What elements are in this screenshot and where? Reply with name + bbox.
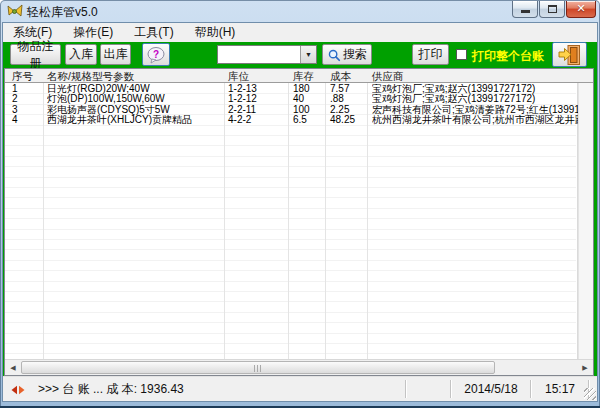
help-bubble-icon: ? — [146, 46, 166, 64]
search-icon — [327, 48, 341, 62]
search-combobox: ▼ — [217, 45, 317, 64]
help-button[interactable]: ? — [142, 43, 170, 66]
close-icon: ✕ — [567, 2, 595, 15]
print-all-checkbox[interactable] — [456, 49, 467, 60]
client-area: 物品注册 入库 出库 ? ▼ 搜索 打印 — [3, 42, 597, 376]
column-header-supplier: 供应商 — [372, 70, 404, 84]
status-time: 15:17 — [532, 377, 588, 401]
cell-supplier: 宝鸡灯泡厂;宝鸡;赵六(13991727172) — [372, 84, 578, 94]
red-double-diamond-icon — [11, 385, 25, 395]
maximize-button[interactable] — [539, 1, 565, 18]
cell-name: 日光灯(RGD)20W;40W — [47, 84, 223, 94]
exit-button[interactable] — [552, 42, 587, 67]
exit-door-icon — [558, 44, 582, 66]
app-icon — [7, 3, 23, 19]
resize-grip[interactable] — [584, 388, 596, 400]
menu-operation[interactable]: 操作(E) — [67, 22, 119, 43]
column-header-location: 库位 — [228, 70, 249, 84]
table-header: 序号 名称/规格型号参数 库位 库存 成本 供应商 — [5, 69, 593, 83]
cell-cost: 48.25 — [330, 115, 355, 125]
menu-bar: 系统(F) 操作(E) 工具(T) 帮助(H) — [3, 23, 597, 42]
stock-out-button[interactable]: 出库 — [100, 44, 131, 65]
title-bar[interactable]: 轻松库管v5.0 ✕ — [0, 0, 600, 22]
cell-supplier: 宏声科技有限公司;宝鸡清姜路72号;红生(13991727172) — [372, 105, 578, 115]
minimize-icon — [521, 10, 530, 13]
scroll-left-arrow-icon[interactable]: ◀ — [5, 361, 21, 375]
svg-text:?: ? — [153, 48, 159, 59]
print-all-checkbox-label[interactable]: 打印整个台账 — [472, 48, 544, 65]
search-input[interactable] — [218, 46, 300, 63]
close-button[interactable]: ✕ — [566, 1, 596, 18]
column-header-cost: 成本 — [330, 70, 351, 84]
stock-in-button[interactable]: 入库 — [65, 44, 97, 65]
cell-location: 4-2-2 — [228, 115, 251, 125]
scroll-right-arrow-icon[interactable]: ▶ — [577, 361, 593, 375]
cell-seq: 4 — [12, 115, 18, 125]
cell-name: 灯泡(DP)100W,150W,60W — [47, 94, 223, 104]
cell-name: 彩电扬声器(CDYSQ)5寸5W — [47, 105, 223, 115]
column-header-seq: 序号 — [12, 70, 33, 84]
cell-stock: 6.5 — [293, 115, 307, 125]
search-button[interactable]: 搜索 — [322, 44, 372, 65]
window-title: 轻松库管v5.0 — [27, 4, 98, 21]
window-content: 系统(F) 操作(E) 工具(T) 帮助(H) 物品注册 入库 出库 ? ▼ — [2, 22, 598, 402]
table-row[interactable]: 1 日光灯(RGD)20W;40W 1-2-13 180 7.57 宝鸡灯泡厂;… — [5, 84, 576, 94]
horizontal-scrollbar[interactable]: ◀ ▶ — [5, 359, 593, 375]
item-register-button[interactable]: 物品注册 — [10, 44, 61, 65]
menu-tools[interactable]: 工具(T) — [128, 22, 179, 43]
cell-supplier: 杭州西湖龙井茶叶有限公司;杭州市西湖区龙井路108号 — [372, 115, 578, 125]
status-bar: >>> 台 账 ... 成 本: 1936.43 2014/5/18 15:17 — [3, 376, 597, 401]
chevron-down-icon[interactable]: ▼ — [300, 46, 316, 63]
app-window: 轻松库管v5.0 ✕ 系统(F) 操作(E) 工具(T) 帮助(H) 物品注册 … — [0, 0, 600, 408]
print-button[interactable]: 打印 — [412, 44, 449, 65]
maximize-icon — [548, 5, 557, 13]
scrollbar-grip — [254, 365, 262, 372]
minimize-button[interactable] — [512, 1, 538, 18]
cell-name: 西湖龙井茶叶(XHLJCY)贡牌精品 — [47, 115, 223, 125]
window-controls: ✕ — [511, 1, 596, 18]
vertical-scrollbar-track[interactable] — [577, 83, 593, 359]
column-header-name: 名称/规格型号参数 — [47, 70, 134, 84]
cell-supplier: 宝鸡灯泡厂;宝鸡;赵六(13991727172) — [372, 94, 578, 104]
table-row[interactable]: 3 彩电扬声器(CDYSQ)5寸5W 2-2-11 100 2.25 宏声科技有… — [5, 105, 576, 115]
column-header-stock: 库存 — [293, 70, 314, 84]
inventory-table: 序号 名称/规格型号参数 库位 库存 成本 供应商 1 日光灯(RGD)20W;… — [4, 68, 594, 376]
horizontal-scrollbar-thumb[interactable] — [21, 361, 495, 374]
table-row[interactable]: 4 西湖龙井茶叶(XHLJCY)贡牌精品 4-2-2 6.5 48.25 杭州西… — [5, 115, 576, 125]
menu-help[interactable]: 帮助(H) — [189, 22, 242, 43]
table-row[interactable]: 2 灯泡(DP)100W,150W,60W 1-2-12 40 .88 宝鸡灯泡… — [5, 94, 576, 104]
search-button-label: 搜索 — [343, 46, 367, 63]
status-date: 2014/5/18 — [452, 377, 530, 401]
ledger-status-text: >>> 台 账 ... 成 本: 1936.43 — [38, 377, 184, 401]
